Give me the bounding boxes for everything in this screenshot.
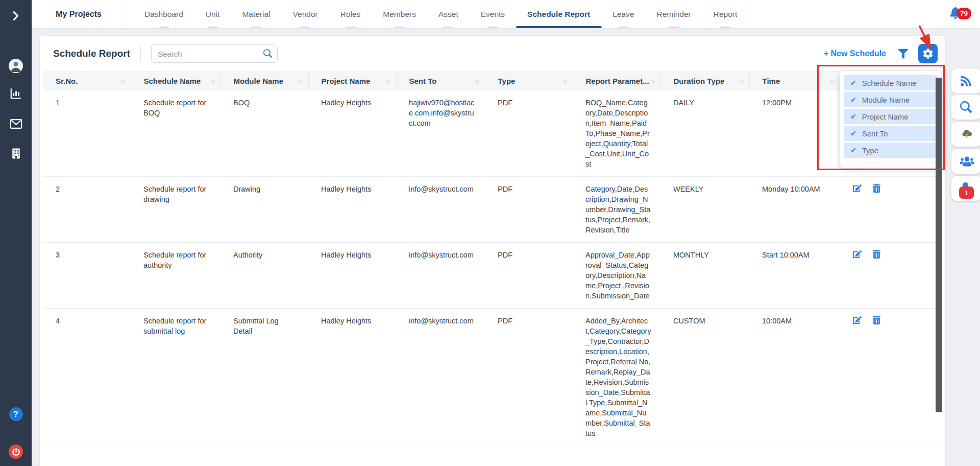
card-header: Schedule Report + New Schedule xyxy=(40,36,945,72)
edit-icon[interactable] xyxy=(853,250,862,259)
dock-search-button[interactable] xyxy=(951,95,980,120)
column-label: Project Name xyxy=(322,77,371,85)
column-header-project_name[interactable]: Project Name↑↓ xyxy=(308,72,396,90)
search-input[interactable] xyxy=(151,44,278,63)
tab-events[interactable]: Events xyxy=(470,0,516,28)
sort-icon[interactable]: ↑↓ xyxy=(299,78,302,84)
tab-members[interactable]: Members xyxy=(372,0,427,28)
cell-sent_to: hajiwiv970@hostlace.com,info@skystruct.c… xyxy=(396,90,485,177)
cell-sent_to: info@skystruct.com xyxy=(396,177,485,243)
new-schedule-button[interactable]: + New Schedule xyxy=(824,49,886,58)
table-row: 3Schedule report for authorityAuthorityH… xyxy=(43,243,942,309)
tab-asset[interactable]: Asset xyxy=(427,0,470,28)
sort-icon[interactable]: ↑↓ xyxy=(563,78,567,84)
left-sidebar: ? xyxy=(0,0,32,466)
delete-icon[interactable] xyxy=(873,184,880,193)
vertical-scrollbar[interactable] xyxy=(936,78,942,412)
tab-roles[interactable]: Roles xyxy=(329,0,372,28)
cell-type: PDF xyxy=(485,177,573,243)
cell-time: 10:00AM xyxy=(749,309,840,446)
column-header-type[interactable]: Type↑↓ xyxy=(485,72,573,90)
column-header-module_name[interactable]: Module Name↑↓ xyxy=(220,72,308,90)
cell-actions xyxy=(840,177,942,243)
schedule-report-card: Schedule Report + New Schedule xyxy=(40,36,945,466)
help-icon: ? xyxy=(9,407,23,421)
cell-schedule_name: Schedule report for authority xyxy=(131,243,220,309)
column-settings-button[interactable] xyxy=(918,44,938,63)
tab-schedule-report[interactable]: Schedule Report xyxy=(516,0,601,28)
cell-project_name: Hadley Heights xyxy=(308,309,396,446)
dock-user-alerts-button[interactable]: 1 xyxy=(951,176,980,201)
notification-count-badge: 79 xyxy=(957,8,971,19)
sidebar-item-profile[interactable] xyxy=(0,59,32,73)
sort-icon[interactable]: ↑↓ xyxy=(211,78,214,84)
cell-report_parameters: Approval_Date,Approval_Status,Category,D… xyxy=(573,243,660,309)
column-toggle-schedule-name[interactable]: ✔Schedule Name xyxy=(844,75,938,90)
tab-material[interactable]: Material xyxy=(231,0,281,28)
column-toggle-sent-to[interactable]: ✔Sent To xyxy=(844,126,938,141)
column-toggle-project-name[interactable]: ✔Project Name xyxy=(844,109,938,124)
delete-icon[interactable] xyxy=(873,250,880,259)
table-header-row: Sr.No.↑↓Schedule Name↑↓Module Name↑↓Proj… xyxy=(43,72,942,90)
tab-leave[interactable]: Leave xyxy=(601,0,645,28)
column-header-schedule_name[interactable]: Schedule Name↑↓ xyxy=(131,72,220,90)
check-icon: ✔ xyxy=(850,96,856,104)
column-toggle-label: Project Name xyxy=(862,112,909,121)
tab-dashboard[interactable]: Dashboard xyxy=(133,0,194,28)
sidebar-item-logout[interactable] xyxy=(0,445,32,459)
schedule-report-table: Sr.No.↑↓Schedule Name↑↓Module Name↑↓Proj… xyxy=(43,72,942,446)
notifications-button[interactable]: 79 xyxy=(949,7,962,19)
column-toggle-label: Sent To xyxy=(862,129,888,138)
edit-icon[interactable] xyxy=(853,316,862,324)
tab-report[interactable]: Report xyxy=(702,0,749,28)
sidebar-item-building[interactable] xyxy=(0,147,32,160)
sort-icon[interactable]: ↑↓ xyxy=(121,78,125,84)
gear-icon xyxy=(923,49,933,59)
check-icon: ✔ xyxy=(850,112,856,121)
brand-title: My Projects xyxy=(32,0,126,28)
column-toggle-module-name[interactable]: ✔Module Name xyxy=(844,92,938,107)
sidebar-item-help[interactable]: ? xyxy=(0,407,32,421)
cell-module_name: Authority xyxy=(220,243,308,309)
column-label: Report Paramet... xyxy=(586,77,649,85)
cell-schedule_name: Schedule report for drawing xyxy=(131,177,220,243)
nav-tabs: DashboardUnitMaterialVendorRolesMembersA… xyxy=(126,0,748,28)
sort-icon[interactable]: ↑↓ xyxy=(830,78,834,84)
cell-schedule_name: Schedule report for submittal log xyxy=(131,309,220,446)
dock-rss-button[interactable] xyxy=(951,68,980,94)
storm-icon xyxy=(960,128,973,141)
column-label: Sent To xyxy=(409,77,437,85)
tab-reminder[interactable]: Reminder xyxy=(646,0,702,28)
tab-vendor[interactable]: Vendor xyxy=(282,0,329,28)
sidebar-item-dashboard[interactable] xyxy=(0,87,32,100)
filter-icon[interactable] xyxy=(898,49,908,59)
column-label: Time xyxy=(763,77,780,85)
dock-user-badge: 1 xyxy=(959,187,974,199)
cell-report_parameters: Category,Date,Description,Drawing_Number… xyxy=(573,177,660,243)
app: ? My Projects DashboardUnitMaterialVendo… xyxy=(0,0,980,466)
column-header-report_parameters[interactable]: Report Paramet...↑↓ xyxy=(573,72,660,90)
cell-project_name: Hadley Heights xyxy=(308,177,396,243)
cell-report_parameters: Added_By,Architect,Category,Category_Typ… xyxy=(573,309,660,446)
column-header-sr[interactable]: Sr.No.↑↓ xyxy=(43,72,131,90)
column-toggle-type[interactable]: ✔Type xyxy=(844,143,938,158)
delete-icon[interactable] xyxy=(873,316,880,324)
column-header-sent_to[interactable]: Sent To↑↓ xyxy=(396,72,485,90)
cell-sent_to: info@skystruct.com xyxy=(396,243,485,309)
edit-icon[interactable] xyxy=(853,184,862,193)
sort-icon[interactable]: ↑↓ xyxy=(386,78,390,84)
header-actions: + New Schedule xyxy=(824,44,938,63)
avatar xyxy=(9,59,23,73)
check-icon: ✔ xyxy=(850,146,856,154)
sort-icon[interactable]: ↑↓ xyxy=(740,78,743,84)
column-header-duration_type[interactable]: Duration Type↑↓ xyxy=(660,72,749,90)
expand-sidebar-button[interactable] xyxy=(0,7,32,25)
sort-icon[interactable]: ↑↓ xyxy=(475,78,479,84)
sort-icon[interactable]: ↑↓ xyxy=(651,78,654,84)
divider xyxy=(140,45,141,62)
tab-unit[interactable]: Unit xyxy=(194,0,231,28)
column-header-time[interactable]: Time↑↓ xyxy=(749,72,840,90)
sidebar-item-mail[interactable] xyxy=(0,117,32,131)
dock-weather-button[interactable] xyxy=(951,122,980,147)
dock-team-button[interactable] xyxy=(951,149,980,174)
